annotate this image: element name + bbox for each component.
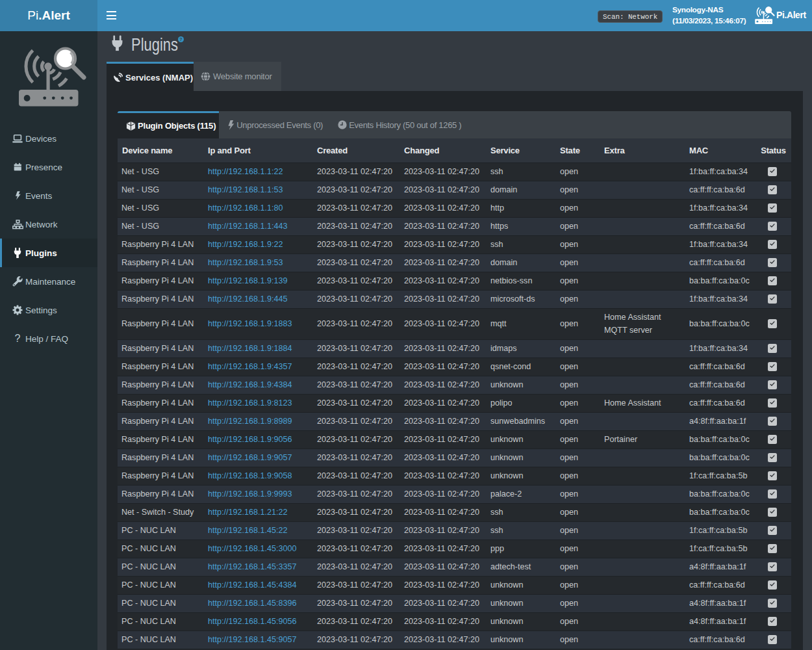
svg-text:Plugins: Plugins xyxy=(131,34,178,55)
